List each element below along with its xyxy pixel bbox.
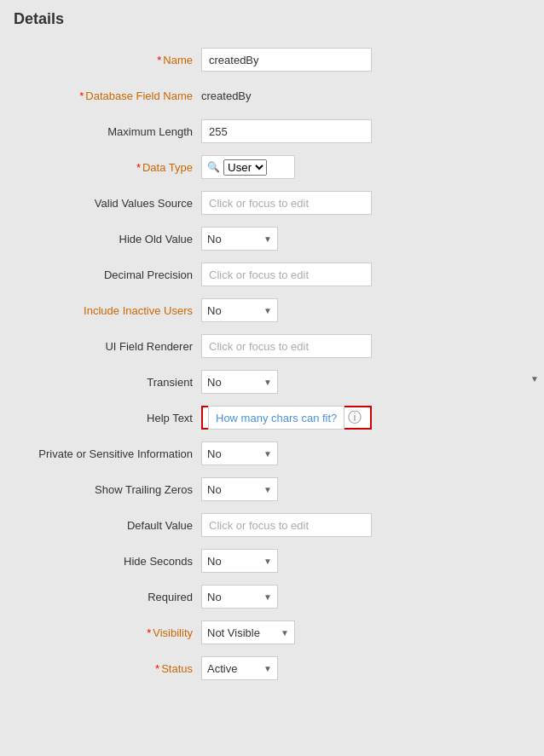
required-wrapper[interactable]: No Yes ▼ bbox=[201, 585, 278, 609]
trailing-zeros-row: Show Trailing Zeros No Yes ▼ bbox=[14, 471, 530, 507]
trailing-zeros-wrapper[interactable]: No Yes ▼ bbox=[201, 477, 278, 501]
default-value-label: Default Value bbox=[14, 507, 201, 543]
visibility-wrapper[interactable]: Not Visible Visible Read Only ▼ bbox=[201, 620, 295, 644]
help-text-label: Help Text bbox=[14, 400, 201, 436]
status-label: *Status bbox=[14, 650, 201, 686]
transient-select[interactable]: No Yes bbox=[207, 376, 272, 389]
status-wrapper[interactable]: Active Inactive ▼ bbox=[201, 656, 278, 680]
max-length-label: Maximum Length bbox=[14, 113, 201, 149]
data-type-label: *Data Type bbox=[14, 149, 201, 185]
details-form: *Name *Database Field Name createdBy Max… bbox=[14, 42, 530, 686]
status-select[interactable]: Active Inactive bbox=[207, 662, 272, 675]
required-field-label: Required bbox=[14, 579, 201, 615]
decimal-row: Decimal Precision Click or focus to edit bbox=[14, 257, 530, 292]
valid-values-input[interactable]: Click or focus to edit bbox=[201, 191, 372, 215]
db-field-label: *Database Field Name bbox=[14, 78, 201, 113]
required-star-db: * bbox=[79, 89, 84, 102]
private-label: Private or Sensitive Information bbox=[14, 436, 201, 471]
private-wrapper[interactable]: No Yes ▼ bbox=[201, 441, 278, 465]
hide-old-row: Hide Old Value No Yes ▼ bbox=[14, 221, 530, 257]
details-panel: Details *Name *Database Field Name creat… bbox=[0, 0, 544, 703]
data-type-wrapper[interactable]: 🔍 User ▼ bbox=[201, 155, 295, 179]
required-star-dt: * bbox=[136, 161, 141, 174]
ui-renderer-label: UI Field Renderer bbox=[14, 328, 201, 364]
hide-old-wrapper[interactable]: No Yes ▼ bbox=[201, 227, 278, 251]
decimal-label: Decimal Precision bbox=[14, 257, 201, 292]
help-circle-icon[interactable]: ⓘ bbox=[348, 409, 362, 427]
db-field-row: *Database Field Name createdBy bbox=[14, 78, 530, 113]
hide-seconds-select[interactable]: No Yes bbox=[207, 555, 272, 568]
required-select[interactable]: No Yes bbox=[207, 591, 272, 603]
transient-row: Transient No Yes ▼ bbox=[14, 364, 530, 400]
page-title: Details bbox=[14, 10, 530, 28]
include-inactive-wrapper[interactable]: No Yes ▼ bbox=[201, 298, 278, 322]
trailing-zeros-select[interactable]: No Yes bbox=[207, 483, 272, 496]
ui-renderer-row: UI Field Renderer Click or focus to edit bbox=[14, 328, 530, 364]
private-row: Private or Sensitive Information No Yes … bbox=[14, 436, 530, 471]
valid-values-row: Valid Values Source Click or focus to ed… bbox=[14, 185, 530, 221]
required-star-vis: * bbox=[147, 626, 151, 639]
required-star: * bbox=[157, 54, 161, 66]
decimal-input[interactable]: Click or focus to edit bbox=[201, 263, 372, 286]
help-text-wrapper[interactable]: ⓘ bbox=[201, 406, 372, 430]
hide-seconds-label: Hide Seconds bbox=[14, 543, 201, 579]
valid-values-label: Valid Values Source bbox=[14, 185, 201, 221]
default-value-row: Default Value Click or focus to edit bbox=[14, 507, 530, 543]
trailing-zeros-label: Show Trailing Zeros bbox=[14, 471, 201, 507]
max-length-row: Maximum Length bbox=[14, 113, 530, 149]
chevron-down-icon: ▼ bbox=[530, 373, 539, 383]
db-field-value: createdBy bbox=[201, 89, 252, 102]
help-text-row: Help Text ⓘ bbox=[14, 400, 530, 436]
max-length-input[interactable] bbox=[201, 119, 372, 143]
visibility-label: *Visibility bbox=[14, 615, 201, 650]
data-type-select[interactable]: User bbox=[223, 159, 267, 176]
required-star-status: * bbox=[155, 662, 159, 675]
name-label: *Name bbox=[14, 42, 201, 78]
help-text-input[interactable] bbox=[208, 406, 344, 430]
default-value-input[interactable]: Click or focus to edit bbox=[201, 513, 372, 537]
transient-wrapper[interactable]: No Yes ▼ bbox=[201, 370, 278, 394]
status-row: *Status Active Inactive ▼ bbox=[14, 650, 530, 686]
search-icon: 🔍 bbox=[207, 161, 220, 173]
transient-label: Transient bbox=[14, 364, 201, 400]
visibility-select[interactable]: Not Visible Visible Read Only bbox=[207, 626, 289, 639]
name-input[interactable] bbox=[201, 48, 372, 72]
hide-seconds-wrapper[interactable]: No Yes ▼ bbox=[201, 549, 278, 573]
data-type-row: *Data Type 🔍 User ▼ bbox=[14, 149, 530, 185]
include-inactive-select[interactable]: No Yes bbox=[207, 304, 272, 317]
hide-old-select[interactable]: No Yes bbox=[207, 233, 272, 245]
include-inactive-row: Include Inactive Users No Yes ▼ bbox=[14, 292, 530, 328]
private-select[interactable]: No Yes bbox=[207, 447, 272, 460]
ui-renderer-input[interactable]: Click or focus to edit bbox=[201, 334, 372, 358]
hide-seconds-row: Hide Seconds No Yes ▼ bbox=[14, 543, 530, 579]
name-row: *Name bbox=[14, 42, 530, 78]
visibility-row: *Visibility Not Visible Visible Read Onl… bbox=[14, 615, 530, 650]
required-row: Required No Yes ▼ bbox=[14, 579, 530, 615]
hide-old-label: Hide Old Value bbox=[14, 221, 201, 257]
include-inactive-label: Include Inactive Users bbox=[14, 292, 201, 328]
